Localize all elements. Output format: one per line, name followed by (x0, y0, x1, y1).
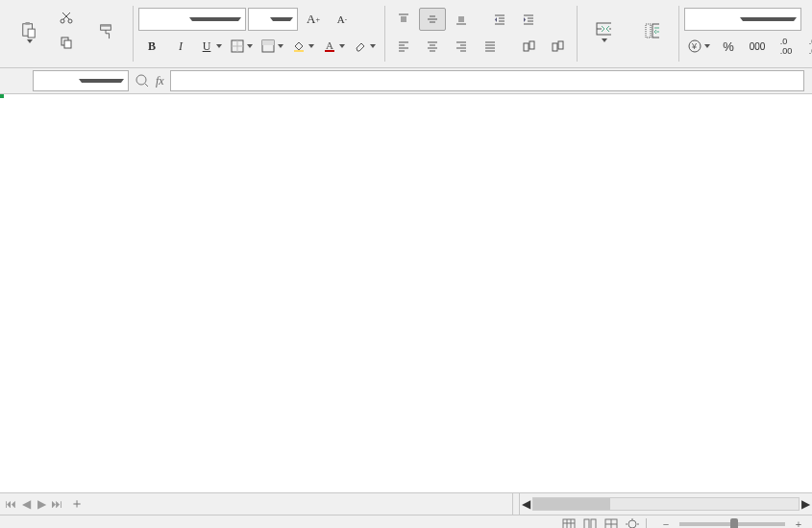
zoom-out-button[interactable]: − (658, 517, 674, 529)
tab-last-button[interactable]: ⏭ (50, 497, 63, 511)
currency-button[interactable]: ¥ (684, 35, 713, 58)
chevron-down-icon (602, 38, 607, 42)
format-painter-button[interactable] (85, 6, 127, 60)
currency-icon: ¥ (687, 38, 702, 54)
merge-center-button[interactable] (582, 5, 625, 59)
ribbon: A+ A- B I U A (0, 0, 812, 68)
copy-button[interactable] (54, 31, 81, 54)
orientation-icon (521, 38, 536, 54)
fill-color-button[interactable] (288, 35, 317, 58)
align-justify-button[interactable] (477, 35, 504, 58)
underline-button[interactable]: U (196, 35, 225, 58)
font-name-combo[interactable] (138, 8, 246, 31)
scroll-left-button[interactable]: ◀ (522, 497, 530, 511)
align-right-icon (454, 38, 469, 54)
decrease-decimal-icon: .00.0 (807, 38, 812, 54)
svg-point-3 (61, 19, 64, 23)
svg-text:¥: ¥ (691, 41, 698, 51)
align-middle-button[interactable] (419, 8, 446, 31)
group-font: A+ A- B I U A (133, 0, 384, 67)
svg-rect-6 (64, 40, 71, 48)
fill-color-icon (291, 38, 307, 54)
align-left-button[interactable] (390, 35, 417, 58)
italic-button[interactable]: I (167, 35, 194, 58)
text-direction-button[interactable] (544, 35, 571, 58)
text-direction-icon (550, 38, 565, 54)
status-bar: − + (0, 515, 812, 528)
tab-first-button[interactable]: ⏮ (4, 497, 17, 511)
formula-input[interactable] (170, 70, 804, 91)
align-right-button[interactable] (448, 35, 475, 58)
zoom-slider-knob[interactable] (730, 518, 738, 529)
view-pagebreak-button[interactable] (603, 517, 619, 529)
chevron-down-icon (704, 44, 710, 48)
font-size-combo[interactable] (248, 8, 298, 31)
scissors-icon (59, 10, 74, 25)
paste-button[interactable] (8, 6, 50, 60)
view-normal-button[interactable] (561, 517, 577, 529)
wrap-text-button[interactable] (630, 5, 673, 59)
group-clipboard (2, 0, 133, 67)
chevron-down-icon (740, 17, 797, 21)
decrease-decimal-button[interactable]: .00.0 (801, 35, 812, 58)
zoom-slider[interactable] (679, 522, 785, 526)
worksheet-grid[interactable] (0, 94, 812, 492)
chevron-down-icon (79, 79, 124, 83)
scroll-track[interactable] (532, 497, 800, 511)
svg-rect-55 (558, 41, 563, 49)
view-page-button[interactable] (582, 517, 598, 529)
percent-button[interactable]: % (715, 35, 742, 58)
font-color-icon: A (322, 38, 337, 54)
clear-format-button[interactable] (350, 35, 379, 58)
format-painter-icon (98, 24, 113, 39)
tab-next-button[interactable]: ▶ (35, 497, 48, 511)
svg-point-4 (68, 19, 72, 23)
merge-icon (596, 21, 611, 37)
align-middle-icon (425, 12, 440, 27)
align-top-button[interactable] (390, 8, 417, 31)
zoom-cell-icon[interactable] (135, 73, 150, 88)
copy-icon (59, 35, 74, 50)
name-box[interactable] (33, 70, 129, 91)
scroll-right-button[interactable]: ▶ (801, 497, 810, 511)
align-justify-icon (482, 38, 498, 54)
align-bottom-button[interactable] (448, 8, 475, 31)
svg-line-64 (145, 84, 148, 87)
align-center-button[interactable] (419, 35, 446, 58)
add-sheet-button[interactable]: ＋ (67, 493, 86, 515)
decrease-indent-button[interactable] (486, 8, 513, 31)
chevron-down-icon (339, 44, 345, 48)
zoom-in-button[interactable]: + (791, 517, 806, 529)
comma-icon: 000 (750, 38, 765, 54)
bold-button[interactable]: B (138, 35, 165, 58)
formula-bar: fx (0, 68, 812, 94)
align-top-icon (396, 12, 411, 27)
svg-point-63 (136, 75, 146, 85)
orientation-button[interactable] (515, 35, 542, 58)
wrap-icon (644, 23, 659, 38)
eraser-icon (353, 38, 368, 54)
svg-rect-8 (101, 25, 111, 27)
borders-button[interactable] (227, 35, 256, 58)
font-color-button[interactable]: A (319, 35, 348, 58)
svg-rect-52 (524, 43, 529, 51)
reading-mode-button[interactable] (625, 517, 640, 529)
number-format-combo[interactable] (684, 8, 801, 31)
cut-button[interactable] (54, 6, 81, 29)
svg-rect-53 (529, 41, 534, 49)
increase-decimal-button[interactable]: .0.00 (773, 35, 800, 58)
decrease-font-button[interactable]: A- (329, 8, 356, 31)
increase-font-button[interactable]: A+ (300, 8, 327, 31)
horizontal-scrollbar[interactable]: ◀ ▶ (520, 493, 812, 515)
increase-indent-button[interactable] (515, 8, 542, 31)
comma-button[interactable]: 000 (744, 35, 771, 58)
tab-prev-button[interactable]: ◀ (19, 497, 33, 511)
align-bottom-icon (454, 12, 469, 27)
percent-icon: % (721, 38, 736, 54)
group-merge (577, 0, 678, 67)
paste-icon (21, 22, 37, 38)
svg-rect-65 (563, 519, 575, 529)
cell-style-button[interactable] (258, 35, 286, 58)
fx-label[interactable]: fx (156, 74, 164, 88)
scroll-thumb[interactable] (533, 498, 610, 510)
